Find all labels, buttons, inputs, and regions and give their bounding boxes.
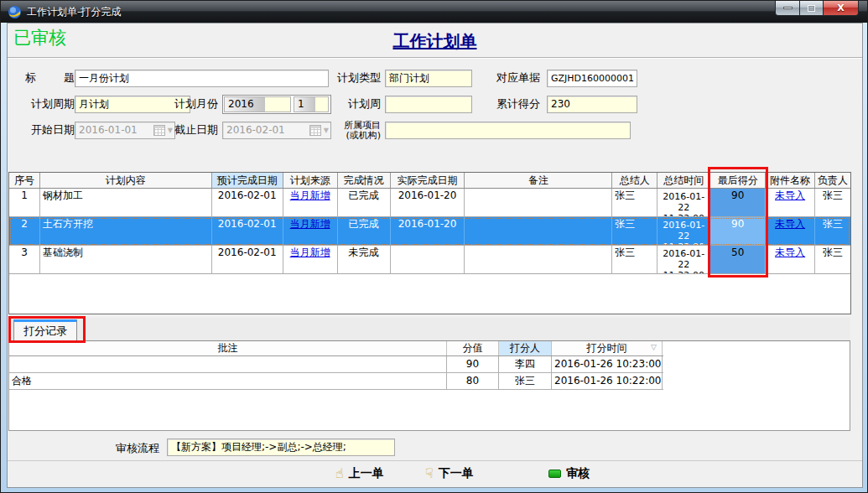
minimize-button[interactable] (775, 1, 800, 16)
app-logo-icon (8, 5, 22, 19)
title-field[interactable]: 一月份计划 (75, 70, 329, 87)
header-divider (8, 57, 862, 59)
doc-no-field[interactable]: GZJHD160000001 (547, 70, 637, 87)
row-summary-time: 2016-01-22 11:32:00 (657, 246, 710, 273)
row-due-date: 2016-02-01 (212, 246, 283, 273)
row-final-score: 90 (710, 217, 766, 245)
close-icon: X (837, 3, 844, 13)
previous-record-button[interactable]: ☝ 上一单 (335, 466, 384, 481)
row-final-score: 90 (710, 189, 766, 216)
attachment-link[interactable]: 未导入 (775, 246, 805, 258)
col-header-score-value[interactable]: 分值 (447, 341, 499, 355)
project-field[interactable] (385, 122, 631, 139)
table-row-selected[interactable]: 2 土石方开挖 2016-02-01 当月新增 已完成 2016-01-20 张… (9, 217, 850, 246)
doc-no-label: 对应单据 (495, 70, 540, 86)
minimize-icon (783, 7, 793, 9)
footer-divider (8, 460, 863, 461)
row-status: 已完成 (338, 189, 391, 216)
row-content: 土石方开挖 (40, 217, 212, 245)
col-header-score-time[interactable]: 打分时间 ▽ (552, 341, 663, 355)
col-header-final-score[interactable]: 最后得分 (710, 173, 766, 188)
col-header-scorer[interactable]: 打分人 (499, 341, 552, 355)
total-score-field[interactable]: 230 (547, 96, 637, 113)
title-bar[interactable]: 工作计划单-打分完成 X (1, 1, 868, 23)
row-final-score: 50 (710, 246, 766, 273)
score-records-panel: 批注 分值 打分人 打分时间 ▽ 90 李四 2016-01-26 10:23:… (8, 340, 850, 431)
row-note (465, 217, 612, 245)
plan-type-label: 计划类型 (335, 70, 381, 86)
row-note (465, 246, 612, 273)
row-note (465, 189, 612, 216)
review-flow-label: 审核流程 (48, 441, 159, 456)
close-button[interactable]: X (824, 1, 859, 16)
row-content: 基础浇制 (40, 246, 212, 273)
col-header-status[interactable]: 完成情况 (338, 173, 391, 188)
row-actual-date: 2016-01-20 (391, 217, 465, 245)
col-header-comment[interactable]: 批注 (9, 341, 447, 355)
plan-table: 序号 计划内容 预计完成日期 计划来源 完成情况 实际完成日期 备注 总结人 总… (8, 172, 851, 314)
plan-week-label: 计划周 (335, 96, 381, 112)
col-header-source[interactable]: 计划来源 (283, 173, 338, 188)
col-header-content[interactable]: 计划内容 (40, 173, 212, 188)
attachment-link[interactable]: 未导入 (775, 218, 805, 230)
row-no: 2 (9, 217, 40, 245)
attachment-link[interactable]: 未导入 (775, 189, 805, 201)
app-window: 工作计划单-打分完成 X 已审核 工作计划单 标题 一月份计划 计划类型 部门计… (0, 0, 868, 493)
score-scorer: 张三 (499, 373, 552, 389)
end-date-field[interactable]: 2016-02-01 ▼ (222, 122, 331, 139)
col-header-summary-time[interactable]: 总结时间 (657, 173, 710, 188)
col-header-no[interactable]: 序号 (9, 173, 40, 188)
plan-cycle-label: 计划周期 (25, 96, 75, 112)
plan-month-group: 2016 1 (222, 95, 331, 114)
restore-icon (808, 5, 815, 12)
score-row[interactable]: 90 李四 2016-01-26 10:23:00 (9, 356, 663, 373)
window-controls: X (775, 1, 859, 16)
col-header-due-date[interactable]: 预计完成日期 (212, 173, 283, 188)
plan-week-field[interactable] (385, 96, 472, 113)
tab-score-records[interactable]: 打分记录 (13, 319, 77, 341)
row-no: 1 (9, 189, 40, 216)
row-status: 未完成 (338, 246, 391, 273)
score-value: 90 (447, 356, 499, 372)
row-summarizer: 张三 (612, 217, 657, 245)
title-label: 标题 (25, 70, 75, 86)
row-actual-date: 2016-01-20 (391, 189, 465, 216)
source-link[interactable]: 当月新增 (290, 189, 330, 201)
row-no: 3 (9, 246, 40, 273)
table-row[interactable]: 3 基础浇制 2016-02-01 当月新增 未完成 张三 2016-01-22… (9, 246, 850, 274)
source-link[interactable]: 当月新增 (290, 218, 330, 230)
col-header-note[interactable]: 备注 (465, 173, 612, 188)
plan-month-spinner[interactable]: 1 (294, 96, 329, 112)
plan-type-field[interactable]: 部门计划 (385, 70, 472, 87)
next-record-button[interactable]: ☟ 下一单 (425, 466, 474, 481)
col-header-owner[interactable]: 负责人 (815, 173, 850, 188)
row-summary-time: 2016-01-22 11:32:00 (657, 189, 710, 216)
source-link[interactable]: 当月新增 (290, 246, 330, 258)
col-header-attachment[interactable]: 附件名称 (766, 173, 815, 188)
score-row[interactable]: 合格 80 张三 2016-01-26 10:22:00 (9, 373, 663, 390)
row-summary-time: 2016-01-22 11:32:00 (657, 217, 710, 245)
row-owner: 张三 (815, 246, 850, 273)
score-comment (9, 356, 447, 372)
row-status: 已完成 (338, 217, 391, 245)
score-value: 80 (447, 373, 499, 389)
sort-descending-icon: ▽ (651, 344, 657, 351)
review-flow-field[interactable]: 【新方案】项目经理;->副总;->总经理; (167, 439, 395, 456)
plan-year-spinner[interactable]: 2016 (224, 96, 291, 112)
row-content: 钢材加工 (40, 189, 212, 216)
audit-button[interactable]: 审核 (548, 466, 590, 481)
chevron-down-icon: ▼ (324, 122, 329, 138)
score-time: 2016-01-26 10:22:00 (552, 373, 663, 389)
col-header-summarizer[interactable]: 总结人 (612, 173, 657, 188)
score-table: 批注 分值 打分人 打分时间 ▽ 90 李四 2016-01-26 10:23:… (9, 341, 663, 390)
page-title: 工作计划单 (8, 30, 862, 53)
col-header-actual-date[interactable]: 实际完成日期 (391, 173, 465, 188)
table-row[interactable]: 1 钢材加工 2016-02-01 当月新增 已完成 2016-01-20 张三… (9, 189, 850, 217)
score-time: 2016-01-26 10:23:00 (552, 356, 663, 372)
row-due-date: 2016-02-01 (212, 217, 283, 245)
hand-down-icon: ☟ (425, 467, 434, 480)
restore-button[interactable] (800, 1, 824, 16)
start-date-field[interactable]: 2016-01-01 ▼ (75, 122, 175, 139)
plan-table-header: 序号 计划内容 预计完成日期 计划来源 完成情况 实际完成日期 备注 总结人 总… (9, 173, 850, 189)
end-date-label: 截止日期 (173, 122, 218, 138)
